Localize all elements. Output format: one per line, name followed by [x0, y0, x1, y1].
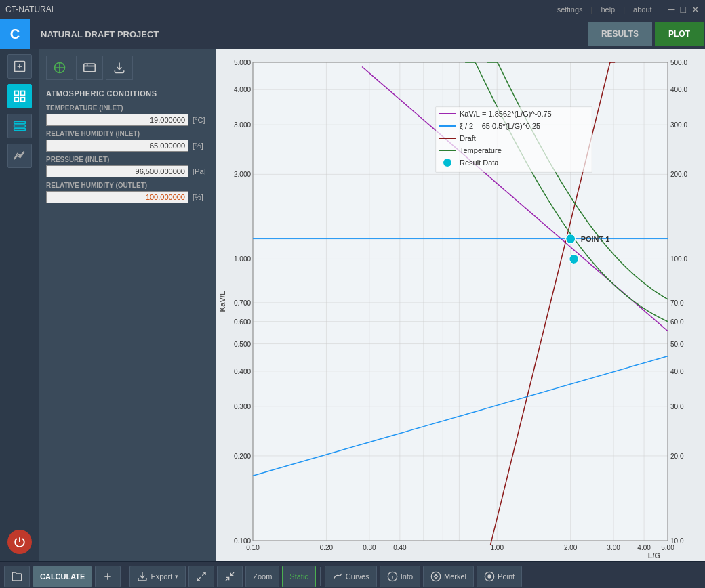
bottombar: CALCULATE Export ▾ Zoom — [0, 561, 705, 588]
separator-1 — [125, 567, 125, 586]
field-humidity-outlet: RELATIVE HUMIDITY (OUTLET) [%] — [46, 182, 209, 203]
zoom-button[interactable]: Zoom — [245, 566, 279, 587]
app-title: CT-NATURAL — [5, 5, 56, 14]
sidebar-bottom — [7, 530, 32, 554]
svg-line-18 — [226, 577, 229, 581]
separator-2 — [320, 567, 321, 586]
about-link[interactable]: about — [633, 5, 652, 14]
settings-link[interactable]: settings — [557, 5, 583, 14]
help-link[interactable]: help — [601, 5, 615, 14]
zoom-fit-button[interactable] — [188, 566, 214, 587]
main-content: ATMOSPHERIC CONDITIONS TEMPERATURE (INLE… — [0, 49, 705, 561]
svg-rect-6 — [20, 98, 24, 102]
left-panel: ATMOSPHERIC CONDITIONS TEMPERATURE (INLE… — [39, 49, 216, 561]
export-button[interactable]: Export ▾ — [129, 566, 186, 587]
svg-line-15 — [203, 572, 206, 576]
merkel-button[interactable]: Merkel — [423, 566, 474, 587]
results-button[interactable]: RESULTS — [588, 22, 652, 46]
field-pressure-label: PRESSURE (INLET) — [46, 156, 209, 163]
temperature-input[interactable] — [46, 114, 188, 126]
pressure-unit: [Pa] — [193, 167, 209, 175]
field-temperature-label: TEMPERATURE (INLET) — [46, 104, 209, 112]
humidity-inlet-input[interactable] — [46, 140, 188, 152]
field-humidity-outlet-label: RELATIVE HUMIDITY (OUTLET) — [46, 182, 209, 189]
sidebar — [0, 49, 39, 561]
svg-line-16 — [197, 577, 201, 581]
toolbar: C NATURAL DRAFT PROJECT RESULTS PLOT — [0, 19, 705, 49]
calculate-button[interactable]: CALCULATE — [33, 566, 92, 587]
temperature-unit: [°C] — [193, 116, 209, 124]
add-button[interactable] — [95, 566, 121, 587]
svg-rect-9 — [14, 128, 25, 130]
close-button[interactable]: ✕ — [691, 4, 700, 15]
maximize-button[interactable]: □ — [681, 4, 686, 15]
minimize-button[interactable]: ─ — [668, 4, 675, 15]
titlebar: CT-NATURAL settings | help | about ─ □ ✕ — [0, 0, 705, 19]
field-humidity-inlet-label: RELATIVE HUMIDITY (INLET) — [46, 130, 209, 138]
svg-rect-7 — [14, 121, 25, 123]
plot-button[interactable]: PLOT — [655, 22, 704, 46]
humidity-outlet-unit: [%] — [193, 193, 209, 201]
power-button[interactable] — [7, 530, 32, 554]
svg-point-22 — [431, 572, 440, 581]
pressure-input[interactable] — [46, 165, 188, 177]
svg-rect-8 — [14, 125, 25, 127]
titlebar-controls: settings | help | about ─ □ ✕ — [557, 4, 700, 15]
svg-point-24 — [488, 575, 491, 578]
project-title: NATURAL DRAFT PROJECT — [30, 29, 586, 39]
static-button[interactable]: Static — [282, 566, 316, 587]
app-logo: C — [0, 19, 30, 49]
open-folder-button[interactable] — [4, 566, 30, 587]
chart-area — [216, 49, 705, 561]
humidity-outlet-input[interactable] — [46, 191, 188, 203]
svg-rect-3 — [14, 91, 18, 96]
info-button[interactable]: Info — [380, 566, 420, 587]
sidebar-icon-chart[interactable] — [7, 144, 32, 168]
section-title: ATMOSPHERIC CONDITIONS — [46, 89, 209, 98]
svg-rect-11 — [84, 64, 96, 72]
field-pressure: PRESSURE (INLET) [Pa] — [46, 156, 209, 177]
humidity-inlet-unit: [%] — [193, 142, 209, 150]
point-button[interactable]: Point — [477, 566, 522, 587]
field-temperature: TEMPERATURE (INLET) [°C] — [46, 104, 209, 126]
svg-rect-4 — [20, 91, 24, 96]
curves-button[interactable]: Curves — [325, 566, 377, 587]
toolbar-btn-new[interactable] — [46, 56, 73, 80]
sidebar-icon-new[interactable] — [7, 54, 32, 79]
svg-line-17 — [231, 572, 235, 576]
field-humidity-inlet: RELATIVE HUMIDITY (INLET) [%] — [46, 130, 209, 152]
toolbar-btn-export[interactable] — [106, 56, 133, 80]
sidebar-icon-view[interactable] — [7, 84, 32, 108]
sidebar-icon-layers[interactable] — [7, 114, 32, 138]
toolbar-btn-open[interactable] — [76, 56, 103, 80]
window-buttons: ─ □ ✕ — [668, 4, 700, 15]
chart-canvas — [216, 49, 705, 561]
svg-rect-5 — [14, 98, 18, 102]
zoom-out-button[interactable] — [217, 566, 243, 587]
